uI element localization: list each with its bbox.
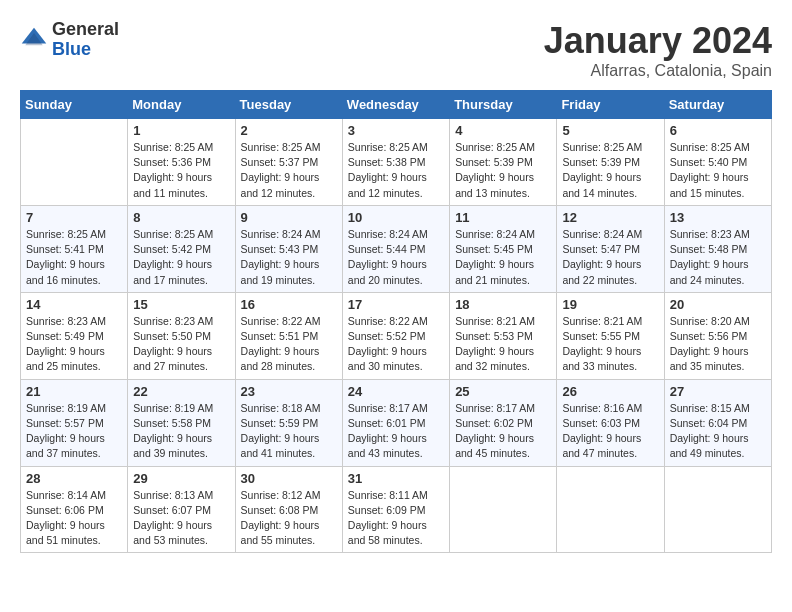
day-info: Sunrise: 8:12 AMSunset: 6:08 PMDaylight:… [241,488,337,549]
day-number: 1 [133,123,229,138]
day-number: 22 [133,384,229,399]
day-info: Sunrise: 8:24 AMSunset: 5:44 PMDaylight:… [348,227,444,288]
calendar-day-cell: 9Sunrise: 8:24 AMSunset: 5:43 PMDaylight… [235,205,342,292]
calendar-table: SundayMondayTuesdayWednesdayThursdayFrid… [20,90,772,553]
day-number: 3 [348,123,444,138]
weekday-header-cell: Tuesday [235,91,342,119]
calendar-day-cell: 2Sunrise: 8:25 AMSunset: 5:37 PMDaylight… [235,119,342,206]
day-info: Sunrise: 8:16 AMSunset: 6:03 PMDaylight:… [562,401,658,462]
calendar-day-cell: 31Sunrise: 8:11 AMSunset: 6:09 PMDayligh… [342,466,449,553]
day-info: Sunrise: 8:25 AMSunset: 5:40 PMDaylight:… [670,140,766,201]
calendar-day-cell: 25Sunrise: 8:17 AMSunset: 6:02 PMDayligh… [450,379,557,466]
day-number: 9 [241,210,337,225]
calendar-day-cell: 4Sunrise: 8:25 AMSunset: 5:39 PMDaylight… [450,119,557,206]
day-info: Sunrise: 8:25 AMSunset: 5:38 PMDaylight:… [348,140,444,201]
calendar-day-cell: 16Sunrise: 8:22 AMSunset: 5:51 PMDayligh… [235,292,342,379]
day-info: Sunrise: 8:23 AMSunset: 5:50 PMDaylight:… [133,314,229,375]
day-info: Sunrise: 8:17 AMSunset: 6:02 PMDaylight:… [455,401,551,462]
calendar-day-cell: 20Sunrise: 8:20 AMSunset: 5:56 PMDayligh… [664,292,771,379]
weekday-header-cell: Monday [128,91,235,119]
calendar-day-cell: 8Sunrise: 8:25 AMSunset: 5:42 PMDaylight… [128,205,235,292]
day-info: Sunrise: 8:23 AMSunset: 5:48 PMDaylight:… [670,227,766,288]
day-number: 30 [241,471,337,486]
day-number: 29 [133,471,229,486]
day-number: 7 [26,210,122,225]
day-number: 2 [241,123,337,138]
day-number: 31 [348,471,444,486]
day-info: Sunrise: 8:19 AMSunset: 5:57 PMDaylight:… [26,401,122,462]
calendar-week-row: 7Sunrise: 8:25 AMSunset: 5:41 PMDaylight… [21,205,772,292]
weekday-header-row: SundayMondayTuesdayWednesdayThursdayFrid… [21,91,772,119]
calendar-week-row: 28Sunrise: 8:14 AMSunset: 6:06 PMDayligh… [21,466,772,553]
day-info: Sunrise: 8:22 AMSunset: 5:51 PMDaylight:… [241,314,337,375]
header: General Blue January 2024 Alfarras, Cata… [20,20,772,80]
day-info: Sunrise: 8:25 AMSunset: 5:42 PMDaylight:… [133,227,229,288]
day-info: Sunrise: 8:24 AMSunset: 5:47 PMDaylight:… [562,227,658,288]
day-number: 24 [348,384,444,399]
weekday-header-cell: Thursday [450,91,557,119]
day-info: Sunrise: 8:25 AMSunset: 5:37 PMDaylight:… [241,140,337,201]
calendar-day-cell: 1Sunrise: 8:25 AMSunset: 5:36 PMDaylight… [128,119,235,206]
calendar-day-cell: 27Sunrise: 8:15 AMSunset: 6:04 PMDayligh… [664,379,771,466]
day-number: 11 [455,210,551,225]
calendar-day-cell: 12Sunrise: 8:24 AMSunset: 5:47 PMDayligh… [557,205,664,292]
day-info: Sunrise: 8:11 AMSunset: 6:09 PMDaylight:… [348,488,444,549]
day-number: 12 [562,210,658,225]
day-number: 13 [670,210,766,225]
calendar-day-cell: 10Sunrise: 8:24 AMSunset: 5:44 PMDayligh… [342,205,449,292]
day-info: Sunrise: 8:25 AMSunset: 5:36 PMDaylight:… [133,140,229,201]
day-info: Sunrise: 8:19 AMSunset: 5:58 PMDaylight:… [133,401,229,462]
calendar-day-cell: 22Sunrise: 8:19 AMSunset: 5:58 PMDayligh… [128,379,235,466]
calendar-week-row: 1Sunrise: 8:25 AMSunset: 5:36 PMDaylight… [21,119,772,206]
calendar-day-cell [557,466,664,553]
month-title: January 2024 [544,20,772,62]
calendar-day-cell [450,466,557,553]
calendar-day-cell [21,119,128,206]
logo-blue-text: Blue [52,39,91,59]
day-info: Sunrise: 8:20 AMSunset: 5:56 PMDaylight:… [670,314,766,375]
calendar-week-row: 21Sunrise: 8:19 AMSunset: 5:57 PMDayligh… [21,379,772,466]
logo-general-text: General [52,19,119,39]
weekday-header-cell: Sunday [21,91,128,119]
calendar-day-cell: 24Sunrise: 8:17 AMSunset: 6:01 PMDayligh… [342,379,449,466]
logo-icon [20,26,48,54]
calendar-day-cell: 28Sunrise: 8:14 AMSunset: 6:06 PMDayligh… [21,466,128,553]
logo: General Blue [20,20,119,60]
day-number: 21 [26,384,122,399]
calendar-day-cell: 21Sunrise: 8:19 AMSunset: 5:57 PMDayligh… [21,379,128,466]
calendar-day-cell: 18Sunrise: 8:21 AMSunset: 5:53 PMDayligh… [450,292,557,379]
calendar-day-cell: 6Sunrise: 8:25 AMSunset: 5:40 PMDaylight… [664,119,771,206]
day-info: Sunrise: 8:23 AMSunset: 5:49 PMDaylight:… [26,314,122,375]
calendar-day-cell: 19Sunrise: 8:21 AMSunset: 5:55 PMDayligh… [557,292,664,379]
day-info: Sunrise: 8:25 AMSunset: 5:39 PMDaylight:… [562,140,658,201]
day-number: 15 [133,297,229,312]
day-info: Sunrise: 8:24 AMSunset: 5:45 PMDaylight:… [455,227,551,288]
weekday-header-cell: Wednesday [342,91,449,119]
day-info: Sunrise: 8:18 AMSunset: 5:59 PMDaylight:… [241,401,337,462]
day-number: 4 [455,123,551,138]
day-info: Sunrise: 8:24 AMSunset: 5:43 PMDaylight:… [241,227,337,288]
calendar-day-cell: 7Sunrise: 8:25 AMSunset: 5:41 PMDaylight… [21,205,128,292]
day-number: 23 [241,384,337,399]
calendar-day-cell: 14Sunrise: 8:23 AMSunset: 5:49 PMDayligh… [21,292,128,379]
calendar-day-cell [664,466,771,553]
day-number: 20 [670,297,766,312]
calendar-day-cell: 29Sunrise: 8:13 AMSunset: 6:07 PMDayligh… [128,466,235,553]
day-number: 17 [348,297,444,312]
calendar-day-cell: 15Sunrise: 8:23 AMSunset: 5:50 PMDayligh… [128,292,235,379]
day-number: 16 [241,297,337,312]
weekday-header-cell: Saturday [664,91,771,119]
day-number: 27 [670,384,766,399]
day-number: 26 [562,384,658,399]
day-number: 6 [670,123,766,138]
calendar-day-cell: 3Sunrise: 8:25 AMSunset: 5:38 PMDaylight… [342,119,449,206]
day-number: 19 [562,297,658,312]
day-number: 14 [26,297,122,312]
day-info: Sunrise: 8:15 AMSunset: 6:04 PMDaylight:… [670,401,766,462]
day-info: Sunrise: 8:17 AMSunset: 6:01 PMDaylight:… [348,401,444,462]
location-title: Alfarras, Catalonia, Spain [544,62,772,80]
calendar-day-cell: 13Sunrise: 8:23 AMSunset: 5:48 PMDayligh… [664,205,771,292]
day-info: Sunrise: 8:25 AMSunset: 5:41 PMDaylight:… [26,227,122,288]
day-info: Sunrise: 8:22 AMSunset: 5:52 PMDaylight:… [348,314,444,375]
day-info: Sunrise: 8:25 AMSunset: 5:39 PMDaylight:… [455,140,551,201]
